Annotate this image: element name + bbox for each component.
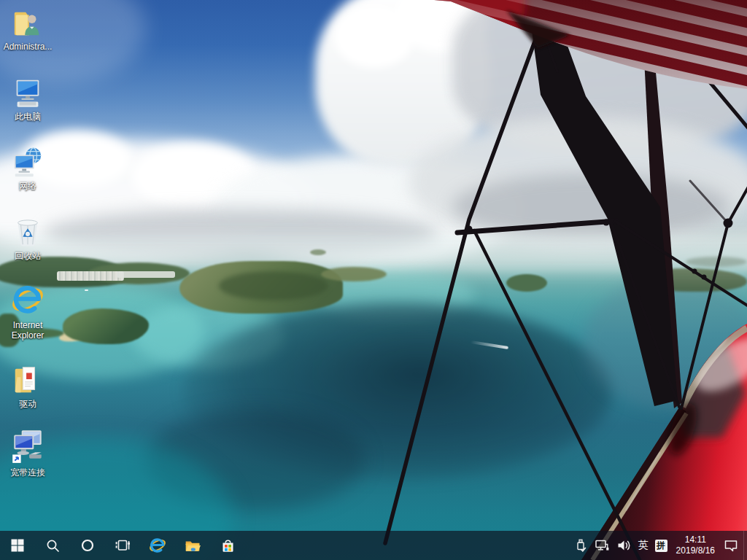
- computer-icon: [1, 74, 54, 109]
- ime-mode-badge: 拼: [655, 540, 667, 552]
- icon-label: 宽带连接: [1, 467, 54, 478]
- cortana-button[interactable]: [70, 531, 105, 560]
- user-folder-icon: [1, 4, 54, 39]
- file-explorer-button[interactable]: [175, 531, 210, 560]
- icon-label: Administra...: [1, 42, 54, 52]
- clock[interactable]: 14:11 2019/8/16: [674, 534, 717, 556]
- internet-explorer-button[interactable]: [140, 531, 175, 560]
- wallpaper: [0, 0, 747, 560]
- desktop-icon-broadband[interactable]: 宽带连接: [1, 430, 54, 478]
- microsoft-store-button[interactable]: [210, 531, 245, 560]
- icon-label: 网络: [1, 181, 54, 191]
- ime-mode-indicator[interactable]: 拼: [655, 531, 667, 560]
- desktop-icon-recycle-bin[interactable]: 回收站: [1, 214, 54, 261]
- desktop-icon-driver[interactable]: 驱动: [1, 362, 54, 409]
- taskbar: 英 拼 14:11 2019/8/16: [0, 531, 747, 560]
- search-icon: [46, 539, 60, 553]
- usb-safely-remove-icon[interactable]: [574, 531, 588, 560]
- icon-label: 回收站: [1, 251, 54, 261]
- notification-bubble-icon: [724, 538, 738, 553]
- biplane-overlay: [0, 0, 747, 560]
- show-desktop-button[interactable]: [743, 531, 747, 560]
- desktop-icon-network[interactable]: 网络: [1, 144, 54, 191]
- icon-label: Internet Explorer: [1, 320, 54, 341]
- system-tray: 英 拼 14:11 2019/8/16: [574, 531, 747, 560]
- windows-logo-icon: [11, 539, 24, 552]
- clock-date: 2019/8/16: [676, 545, 715, 556]
- ime-language-indicator[interactable]: 英: [638, 531, 649, 560]
- windows-desktop: Administra... 此电脑: [0, 0, 747, 560]
- icon-label: 驱动: [1, 399, 54, 409]
- desktop-icon-internet-explorer[interactable]: Internet Explorer: [1, 283, 54, 341]
- clock-time: 14:11: [676, 534, 715, 545]
- start-button[interactable]: [0, 531, 35, 560]
- cortana-ring-icon: [80, 538, 95, 553]
- driver-folder-icon: [1, 362, 54, 397]
- network-icon: [1, 144, 54, 179]
- folder-icon: [185, 537, 201, 553]
- task-view-button[interactable]: [105, 531, 140, 560]
- desktop-icon-administrator[interactable]: Administra...: [1, 4, 54, 52]
- desktop-icon-this-pc[interactable]: 此电脑: [1, 74, 54, 122]
- network-icon[interactable]: [595, 531, 610, 560]
- search-button[interactable]: [35, 531, 70, 560]
- ie-icon: [1, 283, 54, 318]
- task-view-icon: [115, 538, 130, 553]
- icon-label: 此电脑: [1, 112, 54, 122]
- volume-icon[interactable]: [616, 531, 632, 560]
- recycle-bin-icon: [1, 214, 54, 249]
- action-center-button[interactable]: [724, 531, 738, 560]
- ie-logo-icon: [148, 536, 167, 555]
- broadband-icon: [1, 430, 54, 465]
- store-bag-icon: [220, 538, 236, 553]
